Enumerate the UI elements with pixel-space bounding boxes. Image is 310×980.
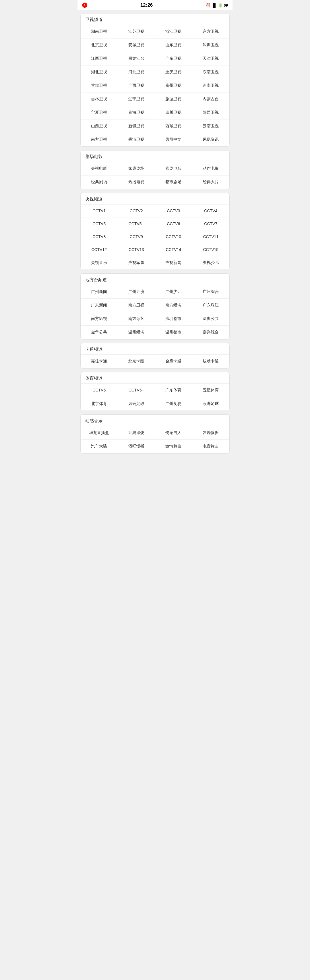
channel-item[interactable]: 南方卫视 [118, 299, 155, 312]
channel-item[interactable]: 湖南卫视 [81, 25, 118, 38]
channel-item[interactable]: CCTV2 [118, 205, 155, 218]
channel-item[interactable]: 广州少儿 [155, 285, 192, 299]
channel-item[interactable]: 江苏卫视 [118, 25, 155, 38]
channel-item[interactable]: 重庆卫视 [155, 65, 192, 79]
channel-item[interactable]: 吉林卫视 [81, 92, 118, 106]
channel-item[interactable]: 广州经济 [118, 285, 155, 299]
channel-item[interactable]: CCTV12 [81, 243, 118, 256]
channel-item[interactable]: CCTV13 [118, 243, 155, 256]
channel-item[interactable]: 都市剧场 [155, 175, 192, 189]
channel-item[interactable]: 温州都市 [155, 326, 192, 339]
channel-item[interactable]: 青海卫视 [118, 106, 155, 119]
channel-item[interactable]: 云南卫视 [192, 119, 230, 133]
channel-item[interactable]: 汽车大碟 [81, 440, 118, 453]
channel-item[interactable]: CCTV3 [155, 205, 192, 218]
channel-item[interactable]: 央视新闻 [155, 256, 192, 270]
channel-item[interactable]: 深圳公共 [192, 312, 230, 326]
channel-item[interactable]: 内蒙古台 [192, 92, 230, 106]
channel-item[interactable]: CCTV6 [155, 218, 192, 230]
channel-item[interactable]: CCTV5 [81, 384, 118, 397]
channel-item[interactable]: 广西卫视 [118, 79, 155, 92]
channel-item[interactable]: 南方综艺 [118, 312, 155, 326]
channel-item[interactable]: 天津卫视 [192, 52, 230, 65]
channel-item[interactable]: CCTV14 [155, 243, 192, 256]
channel-item[interactable]: 温州经济 [118, 326, 155, 339]
channel-item[interactable]: 央视军事 [118, 256, 155, 270]
channel-item[interactable]: 金华公共 [81, 326, 118, 339]
channel-item[interactable]: 河北卫视 [118, 65, 155, 79]
channel-item[interactable]: 南方影视 [81, 312, 118, 326]
channel-item[interactable]: 央视少儿 [192, 256, 230, 270]
channel-item[interactable]: 西藏卫视 [155, 119, 192, 133]
channel-item[interactable]: 欧洲足球 [192, 397, 230, 411]
channel-item[interactable]: 喜剧电影 [155, 162, 192, 175]
channel-item[interactable]: 浙江卫视 [155, 25, 192, 38]
channel-item[interactable]: 东南卫视 [192, 65, 230, 79]
channel-item[interactable]: 黑龙江台 [118, 52, 155, 65]
channel-item[interactable]: 五星体育 [192, 384, 230, 397]
channel-item[interactable]: 广东卫视 [155, 52, 192, 65]
channel-item[interactable]: 旅游卫视 [155, 92, 192, 106]
channel-item[interactable]: CCTV1 [81, 205, 118, 218]
channel-item[interactable]: 陕西卫视 [192, 106, 230, 119]
channel-item[interactable]: 酒吧慢摇 [118, 440, 155, 453]
channel-item[interactable]: 山西卫视 [81, 119, 118, 133]
channel-item[interactable]: CCTV7 [192, 218, 230, 230]
channel-item[interactable]: 广州竞赛 [155, 397, 192, 411]
channel-item[interactable]: 湖北卫视 [81, 65, 118, 79]
channel-item[interactable]: 广州新闻 [81, 285, 118, 299]
channel-item[interactable]: 激情舞曲 [155, 440, 192, 453]
channel-item[interactable]: 嘉佳卡通 [81, 355, 118, 368]
channel-item[interactable]: 凤凰中文 [155, 133, 192, 146]
channel-item[interactable]: 凤凰资讯 [192, 133, 230, 146]
channel-item[interactable]: 南方卫视 [81, 133, 118, 146]
channel-item[interactable]: 深圳卫视 [192, 38, 230, 52]
channel-item[interactable]: 贵州卫视 [155, 79, 192, 92]
channel-item[interactable]: 风云足球 [118, 397, 155, 411]
channel-item[interactable]: 安徽卫视 [118, 38, 155, 52]
channel-item[interactable]: CCTV4 [192, 205, 230, 218]
channel-item[interactable]: 央视音乐 [81, 256, 118, 270]
channel-item[interactable]: 嘉兴综合 [192, 326, 230, 339]
channel-item[interactable]: CCTV5 [81, 218, 118, 230]
channel-item[interactable]: 伤感男人 [155, 426, 192, 440]
channel-item[interactable]: 广东珠江 [192, 299, 230, 312]
channel-item[interactable]: CCTV5+ [118, 384, 155, 397]
channel-item[interactable]: 江西卫视 [81, 52, 118, 65]
channel-item[interactable]: CCTV5+ [118, 218, 155, 230]
channel-item[interactable]: 山东卫视 [155, 38, 192, 52]
channel-item[interactable]: 家庭剧场 [118, 162, 155, 175]
channel-item[interactable]: 经典剧场 [81, 175, 118, 189]
channel-item[interactable]: 北京体育 [81, 397, 118, 411]
channel-item[interactable]: 电音舞曲 [192, 440, 230, 453]
channel-item[interactable]: CCTV10 [155, 230, 192, 243]
channel-item[interactable]: 广东体育 [155, 384, 192, 397]
channel-item[interactable]: 经典大片 [192, 175, 230, 189]
channel-item[interactable]: 宁夏卫视 [81, 106, 118, 119]
channel-item[interactable]: 华龙直播盒 [81, 426, 118, 440]
channel-item[interactable]: 炫动卡通 [192, 355, 230, 368]
channel-item[interactable]: 四川卫视 [155, 106, 192, 119]
channel-item[interactable]: 甘肃卫视 [81, 79, 118, 92]
channel-item[interactable]: 河南卫视 [192, 79, 230, 92]
channel-item[interactable]: 动作电影 [192, 162, 230, 175]
channel-item[interactable]: 南方经济 [155, 299, 192, 312]
channel-item[interactable]: 北京卡酷 [118, 355, 155, 368]
channel-item[interactable]: 新疆卫视 [118, 119, 155, 133]
channel-item[interactable]: 央视电影 [81, 162, 118, 175]
channel-item[interactable]: 经典串烧 [118, 426, 155, 440]
channel-item[interactable]: 广东新闻 [81, 299, 118, 312]
channel-item[interactable]: 广州综合 [192, 285, 230, 299]
channel-item[interactable]: 东方卫视 [192, 25, 230, 38]
channel-item[interactable]: CCTV11 [192, 230, 230, 243]
channel-item[interactable]: 深圳都市 [155, 312, 192, 326]
channel-item[interactable]: CCTV15 [192, 243, 230, 256]
channel-item[interactable]: 热播电视 [118, 175, 155, 189]
channel-item[interactable]: 辽宁卫视 [118, 92, 155, 106]
channel-item[interactable]: CCTV9 [118, 230, 155, 243]
channel-item[interactable]: 金鹰卡通 [155, 355, 192, 368]
channel-item[interactable]: 香港卫视 [118, 133, 155, 146]
channel-item[interactable]: CCTV8 [81, 230, 118, 243]
channel-item[interactable]: 北京卫视 [81, 38, 118, 52]
channel-item[interactable]: 发烧慢摇 [192, 426, 230, 440]
